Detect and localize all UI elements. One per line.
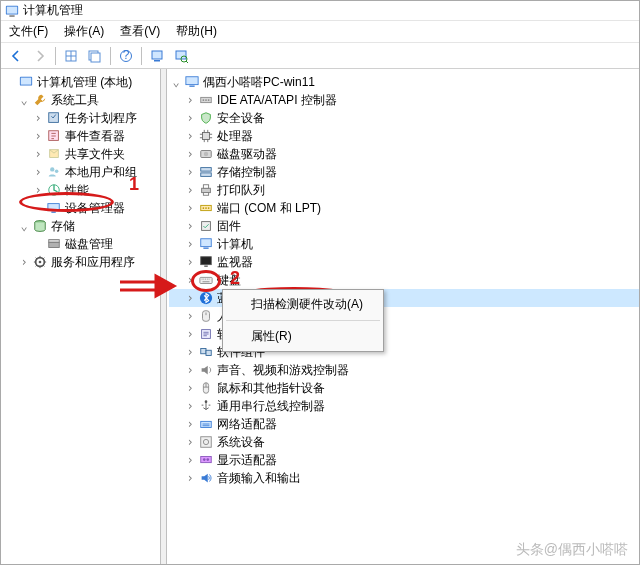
toolbar-sep-2 (110, 47, 111, 65)
back-button[interactable] (5, 45, 27, 67)
toolbar-scope[interactable] (60, 45, 82, 67)
toolbar-scan-icon[interactable] (170, 45, 192, 67)
expander-icon[interactable]: › (183, 436, 197, 449)
svg-rect-49 (200, 277, 212, 283)
svg-point-30 (205, 99, 207, 101)
tree-sys-item[interactable]: ›共享文件夹 (3, 145, 160, 163)
expander-icon[interactable]: › (183, 418, 197, 431)
expander-icon[interactable]: ⌄ (169, 76, 183, 89)
menu-file[interactable]: 文件(F) (1, 20, 56, 43)
device-category-audio[interactable]: ›音频输入和输出 (169, 469, 639, 487)
window-title: 计算机管理 (23, 2, 83, 19)
device-root[interactable]: ⌄ 偶西小嗒嗒PC-win11 (169, 73, 639, 91)
expander-icon[interactable]: › (183, 202, 197, 215)
device-category-disk[interactable]: ›磁盘驱动器 (169, 145, 639, 163)
tree-sys-item[interactable]: ›本地用户和组 (3, 163, 160, 181)
ctx-sep (226, 320, 380, 321)
expander-icon[interactable]: › (31, 184, 45, 197)
expander-icon[interactable]: › (183, 472, 197, 485)
tree-item-icon (46, 200, 62, 216)
computer-management-icon (18, 74, 34, 90)
device-category-fw[interactable]: ›固件 (169, 217, 639, 235)
expander-icon[interactable]: › (183, 220, 197, 233)
expander-icon[interactable]: › (183, 112, 197, 125)
svg-point-43 (208, 207, 210, 209)
device-category-usb[interactable]: ›通用串行总线控制器 (169, 397, 639, 415)
device-category-port[interactable]: ›端口 (COM 和 LPT) (169, 199, 639, 217)
tree-sys-item[interactable]: ›性能 (3, 181, 160, 199)
wrench-icon (32, 92, 48, 108)
device-category-printer[interactable]: ›打印队列 (169, 181, 639, 199)
device-category-kbd[interactable]: ›键盘 (169, 271, 639, 289)
tree-sys-item[interactable]: ›任务计划程序 (3, 109, 160, 127)
svg-rect-19 (48, 204, 59, 211)
bt-icon (198, 290, 214, 306)
titlebar: 计算机管理 (1, 1, 639, 21)
expander-icon[interactable]: › (183, 382, 197, 395)
svg-rect-37 (202, 188, 211, 192)
toolbar-devmgr1[interactable] (146, 45, 168, 67)
expander-icon[interactable]: › (183, 328, 197, 341)
tree-sys-item[interactable]: 设备管理器 (3, 199, 160, 217)
device-category-storctrl[interactable]: ›存储控制器 (169, 163, 639, 181)
expander-icon[interactable]: › (183, 256, 197, 269)
svg-point-31 (208, 99, 210, 101)
svg-point-16 (50, 167, 54, 171)
toolbar-query[interactable] (84, 45, 106, 67)
device-category-cpu[interactable]: ›处理器 (169, 127, 639, 145)
menu-view[interactable]: 查看(V) (112, 20, 168, 43)
svg-rect-45 (201, 239, 212, 247)
device-category-mouse[interactable]: ›鼠标和其他指针设备 (169, 379, 639, 397)
expander-icon[interactable]: › (183, 184, 197, 197)
expander-icon[interactable]: › (183, 400, 197, 413)
expander-icon[interactable]: › (183, 238, 197, 251)
disk-icon (46, 236, 62, 252)
device-category-pc[interactable]: ›计算机 (169, 235, 639, 253)
expander-icon[interactable]: › (183, 130, 197, 143)
expander-icon[interactable]: › (183, 292, 197, 305)
printer-icon (198, 182, 214, 198)
tree-storage[interactable]: ⌄ 存储 (3, 217, 160, 235)
expander-icon[interactable]: › (31, 148, 45, 161)
menu-help[interactable]: 帮助(H) (168, 20, 225, 43)
device-category-ide[interactable]: ›IDE ATA/ATAPI 控制器 (169, 91, 639, 109)
svg-rect-26 (186, 77, 198, 85)
tree-services-apps[interactable]: › 服务和应用程序 (3, 253, 160, 271)
toolbar-sep-3 (141, 47, 142, 65)
tree-system-tools[interactable]: ⌄ 系统工具 (3, 91, 160, 109)
ctx-properties[interactable]: 属性(R) (225, 324, 381, 349)
expander-icon[interactable]: › (31, 130, 45, 143)
kbd-icon (198, 272, 214, 288)
expander-icon[interactable]: › (31, 166, 45, 179)
expander-icon[interactable]: › (17, 256, 31, 269)
expander-icon[interactable]: › (183, 274, 197, 287)
svg-rect-58 (201, 437, 212, 448)
expander-icon[interactable]: › (183, 166, 197, 179)
device-category-shield[interactable]: ›安全设备 (169, 109, 639, 127)
svg-rect-1 (7, 6, 18, 13)
device-category-sound[interactable]: ›声音、视频和游戏控制器 (169, 361, 639, 379)
forward-button[interactable] (29, 45, 51, 67)
tree-sys-item[interactable]: ›事件查看器 (3, 127, 160, 145)
expander-icon[interactable]: › (183, 364, 197, 377)
expander-icon[interactable]: › (183, 148, 197, 161)
expander-icon[interactable]: ⌄ (17, 94, 31, 107)
expander-icon[interactable]: › (183, 94, 197, 107)
expander-icon[interactable]: › (31, 112, 45, 125)
device-category-gpu[interactable]: ›显示适配器 (169, 451, 639, 469)
expander-icon[interactable]: ⌄ (17, 220, 31, 233)
svg-rect-27 (189, 86, 194, 87)
menu-action[interactable]: 操作(A) (56, 20, 112, 43)
tree-disk-mgmt[interactable]: 磁盘管理 (3, 235, 160, 253)
toolbar-help[interactable]: ? (115, 45, 137, 67)
tree-root-local[interactable]: 计算机管理 (本地) (3, 73, 160, 91)
svg-rect-36 (201, 173, 212, 177)
ctx-scan-hardware[interactable]: 扫描检测硬件改动(A) (225, 292, 381, 317)
device-category-net[interactable]: ›网络适配器 (169, 415, 639, 433)
storage-icon (32, 218, 48, 234)
expander-icon[interactable]: › (183, 310, 197, 323)
device-category-monitor[interactable]: ›监视器 (169, 253, 639, 271)
expander-icon[interactable]: › (183, 346, 197, 359)
device-category-sysdev[interactable]: ›系统设备 (169, 433, 639, 451)
expander-icon[interactable]: › (183, 454, 197, 467)
